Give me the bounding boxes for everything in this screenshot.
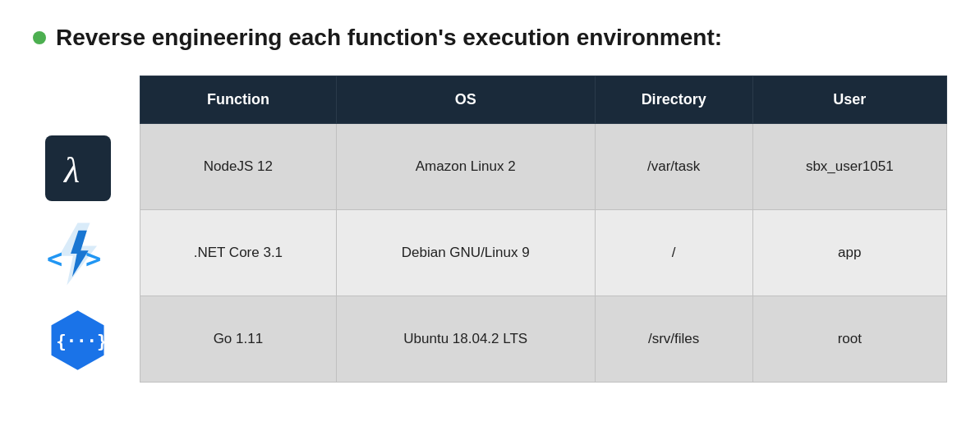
gcp-functions-icon: {···}	[45, 308, 111, 374]
gcp-icon-cell: {···}	[33, 297, 123, 383]
table-row: NodeJS 12Amazon Linux 2/var/tasksbx_user…	[140, 124, 947, 210]
cell-directory: /var/task	[595, 124, 752, 210]
cell-function: NodeJS 12	[140, 124, 337, 210]
azure-svg: < >	[45, 219, 111, 289]
cell-os: Ubuntu 18.04.2 LTS	[336, 296, 595, 383]
cell-os: Debian GNU/Linux 9	[336, 210, 595, 296]
cell-user: root	[752, 296, 946, 383]
cell-user: app	[752, 210, 946, 296]
content-area: λ < >	[33, 76, 947, 383]
svg-text:λ: λ	[62, 150, 80, 189]
table-row: .NET Core 3.1Debian GNU/Linux 9/app	[140, 210, 947, 296]
table-wrapper: Function OS Directory User NodeJS 12Amaz…	[140, 76, 947, 383]
lambda-icon-cell: λ	[33, 125, 123, 211]
gcp-svg: {···}	[45, 305, 111, 375]
col-function: Function	[140, 76, 337, 124]
cell-directory: /srv/files	[595, 296, 752, 383]
cell-user: sbx_user1051	[752, 124, 946, 210]
bullet-dot	[33, 31, 46, 44]
cell-function: Go 1.11	[140, 296, 337, 383]
cell-os: Amazon Linux 2	[336, 124, 595, 210]
svg-text:<: <	[47, 243, 62, 274]
table-row: Go 1.11Ubuntu 18.04.2 LTS/srv/filesroot	[140, 296, 947, 383]
azure-icon-cell: < >	[33, 211, 123, 297]
svg-text:>: >	[85, 243, 101, 274]
svg-text:{···}: {···}	[56, 332, 107, 351]
cell-function: .NET Core 3.1	[140, 210, 337, 296]
lambda-icon: λ	[45, 135, 111, 201]
cell-directory: /	[595, 210, 752, 296]
azure-functions-icon: < >	[45, 222, 111, 287]
icons-column: λ < >	[33, 125, 123, 383]
execution-table: Function OS Directory User NodeJS 12Amaz…	[140, 76, 947, 383]
col-os: OS	[336, 76, 595, 124]
col-directory: Directory	[595, 76, 752, 124]
lambda-svg: λ	[58, 148, 99, 189]
header-text: Reverse engineering each function's exec…	[56, 25, 722, 51]
col-user: User	[752, 76, 946, 124]
table-header-row: Function OS Directory User	[140, 76, 947, 124]
header-section: Reverse engineering each function's exec…	[33, 25, 947, 51]
